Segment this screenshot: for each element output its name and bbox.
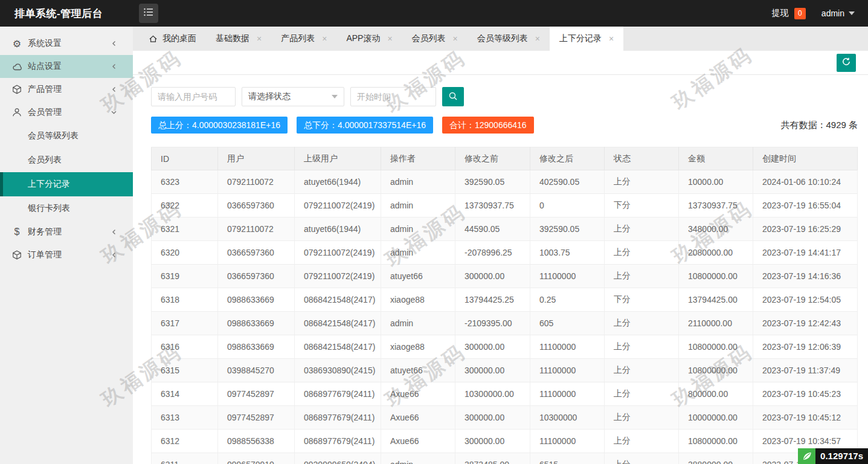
cell-id: 6320 (152, 241, 218, 265)
chevron-left-icon (111, 86, 117, 93)
close-icon[interactable]: × (453, 34, 458, 43)
cell-id: 6318 (152, 288, 218, 312)
sidebar-item-order-management[interactable]: 订单管理 (0, 243, 133, 266)
sidebar-item-label: 系统设置 (28, 38, 62, 49)
cell-id: 6311 (152, 453, 218, 464)
sidebar-item-finance-management[interactable]: $ 财务管理 (0, 221, 133, 243)
cell-user: 0988633669 (218, 288, 295, 312)
cell-after: 11100000 (530, 382, 605, 406)
sidebar-item-product-management[interactable]: 产品管理 (0, 78, 133, 101)
cell-amount: 800000.00 (679, 382, 753, 406)
close-icon[interactable]: × (257, 34, 262, 43)
sidebar-item-member-level-list[interactable]: 会员等级列表 (0, 124, 133, 148)
column-header: 操作者 (381, 147, 455, 170)
cell-parent-user: 0868977679(2411) (295, 382, 381, 406)
withdraw-link[interactable]: 提现 0 (772, 8, 806, 19)
tab-app-scroll[interactable]: APP滚动 × (336, 27, 402, 51)
tab-product-list[interactable]: 产品列表 × (271, 27, 336, 51)
cloud-icon (11, 61, 22, 72)
user-icon (11, 107, 22, 118)
withdraw-label: 提现 (772, 8, 789, 19)
cell-created-time: 2023-07-19 10:45:12 (753, 406, 858, 430)
table-row: 6313 0977452897 0868977679(2411) Axue66 … (152, 406, 858, 430)
cell-status: 上分 (605, 430, 679, 453)
sidebar-item-system-settings[interactable]: ⚙ 系统设置 (0, 32, 133, 55)
total-down-value: 4.0000017337514E+16 (338, 120, 426, 130)
cell-id: 6322 (152, 194, 218, 218)
sidebar-item-member-management[interactable]: 会员管理 (0, 101, 133, 124)
cell-amount: 13794425.00 (679, 288, 753, 312)
cell-status: 下分 (605, 288, 679, 312)
sidebar-item-member-list[interactable]: 会员列表 (0, 148, 133, 172)
cell-operator: xiaoge88 (381, 288, 455, 312)
table-row: 6319 0366597360 0792110072(2419) atuyet6… (152, 265, 858, 288)
cell-parent-user: 0792110072(2419) (295, 265, 381, 288)
search-button[interactable] (442, 87, 464, 106)
total-sum-value: 12900666416 (475, 120, 527, 130)
column-header: 金额 (679, 147, 753, 170)
close-icon[interactable]: × (535, 34, 540, 43)
sidebar-item-label: 财务管理 (28, 227, 62, 237)
cell-created-time: 2023-07-19 12:06:39 (753, 335, 858, 359)
column-header: 修改之后 (530, 147, 605, 170)
search-icon (448, 91, 458, 103)
cell-created-time: 2023-07-19 16:25:29 (753, 218, 858, 241)
chevron-left-icon (111, 63, 117, 70)
sidebar-item-bank-card-list[interactable]: 银行卡列表 (0, 196, 133, 221)
cell-created-time: 2023-07-19 14:41:17 (753, 241, 858, 265)
cell-operator: atuyet66 (381, 265, 455, 288)
sidebar-item-up-down-records[interactable]: 上下分记录 (0, 172, 133, 196)
cell-status: 上分 (605, 406, 679, 430)
cell-operator: admin (381, 194, 455, 218)
cell-after: 11100000 (530, 430, 605, 453)
gear-icon: ⚙ (11, 38, 22, 49)
sidebar-item-label: 站点设置 (28, 61, 62, 72)
home-icon (149, 34, 158, 44)
cell-parent-user: 0792110072(2419) (295, 194, 381, 218)
user-menu[interactable]: admin (821, 8, 855, 18)
cell-user: 0977452897 (218, 382, 295, 406)
close-icon[interactable]: × (609, 34, 614, 43)
total-down-chip[interactable]: 总下分：4.0000017337514E+16 (297, 117, 433, 134)
cell-amount: 10000000.00 (679, 406, 753, 430)
tab-member-level-list[interactable]: 会员等级列表 × (468, 27, 550, 51)
tab-bar: 我的桌面 基础数据 × 产品列表 × APP滚动 × 会员列表 × (133, 27, 868, 51)
tab-label: 会员列表 (412, 33, 446, 44)
tab-up-down-records[interactable]: 上下分记录 × (550, 27, 623, 51)
toolbar-strip (133, 51, 868, 75)
leaf-icon (798, 448, 815, 464)
refresh-button[interactable] (837, 54, 856, 72)
cell-amount: 3880000.00 (679, 453, 753, 464)
withdraw-count-badge: 0 (794, 8, 806, 19)
sidebar-item-label: 订单管理 (28, 250, 62, 260)
cell-user: 0988633669 (218, 312, 295, 335)
cell-status: 上分 (605, 312, 679, 335)
menu-toggle-button[interactable] (139, 4, 158, 23)
total-sum-chip[interactable]: 合计：12900666416 (442, 117, 534, 134)
cell-operator: xiaoge88 (381, 335, 455, 359)
cube-icon (11, 84, 22, 95)
cell-operator: Axue66 (381, 382, 455, 406)
close-icon[interactable]: × (322, 34, 327, 43)
cell-before: 10300000.00 (455, 382, 530, 406)
close-icon[interactable]: × (387, 34, 392, 43)
user-number-input[interactable] (151, 87, 236, 106)
cell-operator: Axue66 (381, 406, 455, 430)
start-date-input[interactable] (350, 87, 436, 106)
status-select[interactable]: 请选择状态 (242, 87, 344, 106)
cell-user: 0792110072 (218, 218, 295, 241)
column-header: 用户 (218, 147, 295, 170)
total-up-chip[interactable]: 总上分：4.0000030238181E+16 (151, 117, 288, 134)
cell-id: 6316 (152, 335, 218, 359)
total-sum-label: 合计： (449, 120, 475, 130)
cube-icon (11, 250, 22, 260)
cell-amount: 13730937.75 (679, 194, 753, 218)
app-window: 排单系统-管理后台 提现 0 admin ⚙ 系统 (0, 0, 868, 464)
tab-my-desktop[interactable]: 我的桌面 (139, 27, 206, 51)
top-header: 排单系统-管理后台 提现 0 admin (0, 0, 868, 27)
sidebar-item-site-settings[interactable]: 站点设置 (0, 55, 133, 78)
tab-member-list[interactable]: 会员列表 × (402, 27, 468, 51)
tab-basic-data[interactable]: 基础数据 × (206, 27, 271, 51)
exec-time-badge: 0.129717s (815, 448, 868, 464)
record-count: 共有数据：4929 条 (780, 120, 858, 131)
